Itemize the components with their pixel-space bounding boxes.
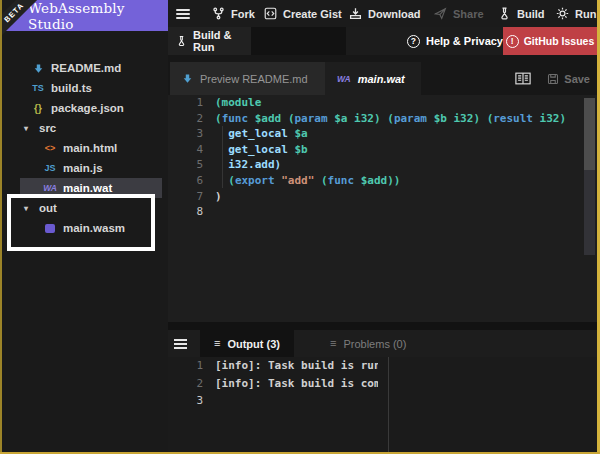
output-list-icon: ≡ — [214, 338, 220, 349]
code-line: 6 (export "add" (func $add)) — [168, 173, 600, 189]
tree-item-package-json[interactable]: {}package.json — [0, 98, 168, 118]
help-icon: ? — [407, 35, 420, 48]
ts-icon: TS — [30, 83, 46, 93]
focus-border-left — [0, 0, 2, 454]
console-line: 1[info]: Task build is runn — [168, 357, 600, 375]
build-and-run-button[interactable]: Build & Run — [168, 27, 251, 55]
file-name: main.js — [63, 162, 103, 174]
create-gist-button[interactable]: Create Gist — [264, 0, 342, 27]
tab-output[interactable]: ≡ Output (3) — [200, 330, 294, 357]
folder-icon: ▾ — [18, 204, 34, 213]
webassembly-studio-window: WebAssembly Studio BETA README.mdTSbuild… — [0, 0, 600, 454]
wat-file-icon: WA — [337, 74, 351, 84]
file-name: main.wasm — [63, 222, 125, 234]
gist-icon — [264, 7, 277, 20]
file-name: build.ts — [51, 82, 92, 94]
run-gear-icon — [556, 7, 569, 20]
toolbar: Fork Create Gist Download Share — [168, 0, 600, 27]
reader-view-icon[interactable] — [515, 72, 531, 85]
js-icon: JS — [42, 163, 58, 173]
main-area: Fork Create Gist Download Share — [168, 0, 600, 454]
wa-icon: WA — [42, 183, 58, 193]
fork-button[interactable]: Fork — [212, 0, 255, 27]
output-console[interactable]: 1[info]: Task build is runn2[info]: Task… — [168, 357, 600, 454]
sidebar: WebAssembly Studio BETA README.mdTSbuild… — [0, 0, 168, 454]
editor-scrollbar[interactable] — [584, 98, 595, 170]
save-icon — [547, 73, 559, 85]
json-icon: {} — [30, 103, 46, 114]
panel-tabbar: ≡ Output (3) ≡ Problems (0) — [168, 330, 600, 357]
build-run-icon — [176, 35, 187, 47]
tab-main-wat[interactable]: WA main.wat — [325, 62, 421, 95]
tab-preview-readme[interactable]: Preview README.md — [170, 62, 325, 95]
download-icon — [349, 7, 362, 20]
code-editor[interactable]: 1(module2(func $add (param $a i32) (para… — [168, 95, 600, 322]
code-line: 3 get_local $a — [168, 126, 600, 142]
console-line: 2[info]: Task build is comp — [168, 375, 600, 393]
file-name: out — [39, 202, 57, 214]
secondary-bar-gap — [251, 27, 346, 55]
panel-splitter[interactable] — [168, 322, 600, 330]
run-button[interactable]: Run — [556, 0, 596, 27]
file-name: main.html — [63, 142, 117, 154]
app-title: WebAssembly Studio — [28, 0, 168, 31]
code-line: 7) — [168, 189, 600, 205]
file-name: package.json — [51, 102, 124, 114]
panel-menu-button[interactable] — [174, 337, 187, 351]
tree-item-main-js[interactable]: JSmain.js — [0, 158, 168, 178]
code-line: 1(module — [168, 95, 600, 111]
menu-button[interactable] — [176, 0, 190, 27]
tree-item-build-ts[interactable]: TSbuild.ts — [0, 78, 168, 98]
code-line: 4 get_local $b — [168, 142, 600, 158]
markdown-arrow-icon — [182, 73, 193, 84]
help-privacy-button[interactable]: ? Help & Privacy — [407, 27, 503, 55]
editor-scrollbar-track — [584, 170, 595, 255]
share-icon — [434, 7, 447, 20]
code-line: 5 i32.add) — [168, 157, 600, 173]
indent-guide — [222, 126, 223, 188]
html-icon: <> — [42, 143, 58, 153]
folder-icon: ▾ — [18, 124, 34, 133]
tree-item-main-wasm[interactable]: main.wasm — [0, 218, 168, 238]
download-button[interactable]: Download — [349, 0, 421, 27]
file-name: main.wat — [63, 182, 112, 194]
editor-tabstrip: Preview README.md WA main.wat Save — [168, 55, 600, 95]
file-tree: README.mdTSbuild.ts{}package.json▾src<>m… — [0, 58, 168, 238]
file-name: src — [39, 122, 56, 134]
tree-item-out[interactable]: ▾out — [0, 198, 168, 218]
wasm-icon — [42, 224, 58, 233]
problems-list-icon: ≡ — [330, 338, 336, 349]
editor-actions: Save — [515, 62, 590, 95]
github-issues-button[interactable]: ! GitHub Issues — [503, 27, 597, 55]
tree-item-README-md[interactable]: README.md — [0, 58, 168, 78]
code-line: 8 — [168, 204, 600, 220]
file-name: README.md — [51, 62, 121, 74]
md-icon — [30, 63, 46, 74]
share-button[interactable]: Share — [434, 0, 484, 27]
console-line: 3 — [168, 392, 600, 410]
code-line: 2(func $add (param $a i32) (param $b i32… — [168, 111, 600, 127]
code-lines: 1(module2(func $add (param $a i32) (para… — [168, 95, 600, 220]
build-icon — [498, 7, 511, 20]
console-divider — [388, 357, 389, 454]
tree-item-main-html[interactable]: <>main.html — [0, 138, 168, 158]
tab-problems[interactable]: ≡ Problems (0) — [316, 330, 420, 357]
save-button[interactable]: Save — [547, 73, 590, 85]
build-button[interactable]: Build — [498, 0, 545, 27]
tree-item-main-wat[interactable]: WAmain.wat — [0, 178, 168, 198]
issue-icon: ! — [506, 35, 519, 48]
hamburger-icon — [176, 7, 190, 21]
tree-item-src[interactable]: ▾src — [0, 118, 168, 138]
fork-icon — [212, 7, 225, 20]
